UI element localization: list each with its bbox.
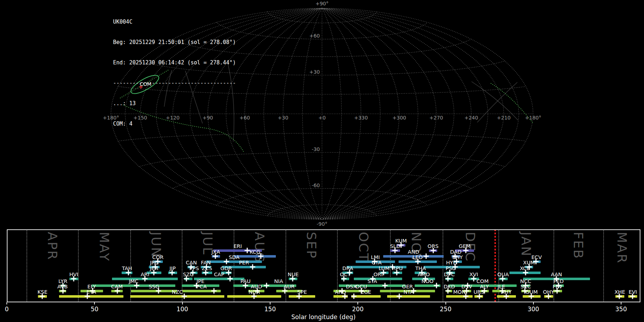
x-tick-label: 300 [527, 306, 539, 313]
month-gridline [26, 229, 27, 302]
shower-label-AVB: AVB [57, 284, 68, 289]
x-tick-label: 350 [615, 306, 627, 313]
shower-label-AAN: AAN [551, 272, 562, 277]
x-axis-label: Solar longitude (deg) [291, 313, 356, 321]
map-lon-label: +0 [318, 115, 326, 121]
shower-label-RPU: RPU [392, 265, 402, 271]
shower-label-KUM: KUM [395, 238, 407, 244]
shower-label-NUE: NUE [288, 272, 299, 277]
month-gridline [603, 229, 604, 302]
station-id: UK004C [113, 19, 236, 25]
unassigned-count-line: ...: 13 [113, 100, 236, 107]
shower-label-KCG: KCG [250, 249, 260, 255]
shower-peak-marker-PCA [211, 288, 216, 294]
shower-bar-ORI [354, 278, 402, 280]
month-label: FEB [571, 232, 586, 259]
x-tick [533, 302, 534, 304]
map-lon-label: +60 [239, 115, 250, 121]
shower-label-NDA: NDA [249, 289, 260, 295]
shower-label-XCB: XCB [520, 265, 530, 271]
map-lon-label: +330 [354, 115, 368, 121]
map-meridian [322, 8, 454, 219]
x-tick-label: 50 [91, 306, 98, 313]
shower-label-URS: URS [473, 289, 484, 295]
map-meridian [322, 8, 418, 219]
month-label: MAY [97, 232, 112, 262]
shower-bar-JMC [92, 284, 175, 287]
month-label: JAN [519, 232, 533, 257]
shower-label-FAN: FAN [201, 260, 211, 265]
shower-label-XUM: XUM [523, 260, 535, 265]
x-tick [94, 302, 95, 304]
shower-peak-marker-EGE [351, 294, 357, 299]
x-tick-label: 100 [176, 306, 188, 313]
map-meridian [322, 8, 533, 219]
shower-label-LEO: LEO [413, 254, 423, 260]
map-lon-label: +270 [429, 115, 443, 121]
shower-label-NTA: NTA [404, 289, 414, 295]
shower-label-EVI: EVI [629, 289, 637, 295]
shower-label-JEA: JEA [150, 265, 158, 271]
shower-label-GUM: GUM [526, 289, 538, 295]
observation-header: UK004C Beg: 20251229 21:50:01 (sol = 278… [113, 5, 236, 134]
month-label: APR [45, 232, 60, 260]
shower-label-LMI: LMI [371, 254, 380, 260]
shower-label-JMC: JMC [129, 278, 138, 284]
shower-label-THA: THA [415, 265, 426, 271]
sky-map: +180°+150+120+90+60+30+0+330+300+270+240… [0, 0, 644, 228]
shower-peak-marker-NTA [396, 294, 402, 299]
map-meridian [322, 8, 342, 219]
shower-bar-MON [446, 295, 473, 298]
shower-label-OCU: OCU [356, 284, 367, 289]
shower-label-DRA: DRA [342, 265, 353, 271]
shower-label-ARI: ARI [141, 272, 149, 277]
shower-label-JRC: JRC [150, 260, 158, 265]
shower-label-GEM: GEM [459, 243, 470, 249]
x-tick-label: 200 [352, 306, 364, 313]
shower-peak-marker-CAP [228, 276, 233, 282]
x-tick [445, 302, 446, 304]
x-tick [621, 302, 621, 304]
shower-label-PAU: PAU [240, 278, 250, 284]
month-label: MAR [615, 232, 629, 264]
shower-label-NCC: NCC [520, 278, 531, 284]
x-tick [270, 302, 270, 304]
map-lat-label: +30 [309, 69, 320, 75]
end-time-line: End: 20251230 06:14:42 (sol = 278.44°) [113, 59, 236, 66]
month-label: SEP [304, 232, 319, 259]
shower-label-SLD: SLD [390, 243, 400, 249]
shower-label-DKD: DKD [444, 284, 455, 289]
shower-peak-marker-NIA [264, 283, 269, 288]
shower-bar-SPE [289, 295, 315, 298]
shower-label-OCT: OCT [340, 272, 351, 277]
shower-label-ECV: ECV [531, 254, 542, 260]
shower-label-JPE: JPE [196, 278, 204, 284]
shower-label-ALY: ALY [480, 284, 489, 289]
shower-bar-ETA [59, 295, 123, 298]
map-lon-label: +210 [497, 115, 511, 121]
shower-label-ELY: ELY [87, 284, 96, 289]
x-tick-label: 150 [264, 306, 276, 313]
shower-label-JIP: JIP [170, 265, 176, 271]
shower-label-PSU: PSU [445, 265, 456, 271]
shower-peak-marker-ERI [245, 248, 250, 253]
begin-time-line: Beg: 20251229 21:50:01 (sol = 278.08°) [113, 39, 236, 46]
map-lat-label: +90° [316, 1, 329, 6]
shower-label-DAD: DAD [450, 249, 462, 255]
shower-label-PCA: PCA [196, 284, 207, 289]
shower-label-ZCS: ZCS [202, 265, 212, 271]
map-trail-arc [472, 82, 518, 120]
shower-label-OER: OER [402, 284, 413, 289]
shower-label-CAP: CAP [214, 272, 224, 277]
shower-label-KSE: KSE [38, 289, 48, 295]
map-lat-label: +60 [309, 33, 320, 39]
meteor-radiant-screen: { "header": { "station": "UK004C", "beg"… [0, 0, 644, 322]
x-tick [357, 302, 358, 304]
com-count-line: COM: 4 [113, 121, 236, 127]
shower-label-LYR: LYR [58, 278, 67, 284]
shower-label-SDA: SDA [229, 254, 239, 260]
shower-label-PER: PER [239, 260, 249, 265]
map-lon-label: +180° [525, 115, 541, 121]
shower-label-NZC: NZC [172, 289, 183, 295]
shower-label-AHY: AHY [501, 289, 512, 295]
